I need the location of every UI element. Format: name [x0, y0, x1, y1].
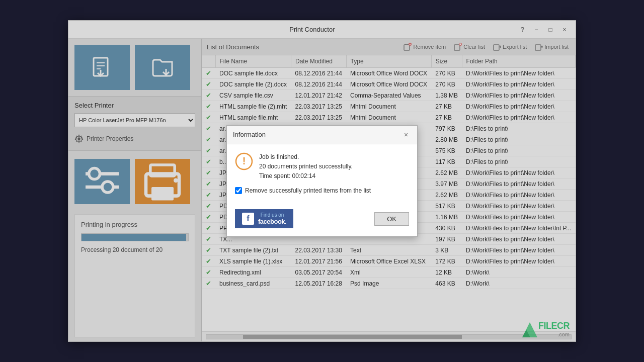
dialog-checkbox-row: Remove successfully printed items from t…	[235, 187, 409, 194]
facebook-brand-label: facebook.	[258, 218, 286, 225]
facebook-find-label: Find us on	[258, 212, 286, 218]
remove-printed-checkbox[interactable]	[235, 187, 242, 194]
svg-text:!: !	[243, 155, 246, 166]
dialog-footer: f Find us on facebook. OK	[227, 209, 417, 236]
dialog-body: ! Job is finished. 20 documents printed …	[227, 144, 417, 210]
dialog-info-row: ! Job is finished. 20 documents printed …	[235, 152, 409, 182]
ok-button[interactable]: OK	[374, 212, 409, 226]
dialog-close-button[interactable]: ×	[401, 130, 411, 140]
dialog-line2: 20 documents printed successfully.	[259, 162, 353, 171]
dialog-title: Information	[233, 131, 266, 138]
facebook-text: Find us on facebook.	[258, 212, 286, 225]
facebook-icon: f	[242, 213, 254, 225]
checkbox-label: Remove successfully printed items from t…	[245, 187, 371, 194]
dialog-overlay: Information × ! Job is finished. 20 docu…	[68, 21, 576, 341]
dialog-line1: Job is finished.	[259, 152, 353, 162]
main-window: Print Conductor ? − □ ×	[68, 20, 576, 342]
info-icon: !	[235, 152, 253, 170]
dialog-info-text: Job is finished. 20 documents printed su…	[259, 152, 353, 182]
dialog-line3: Time spent: 00:02:14	[259, 171, 353, 181]
dialog-title-bar: Information ×	[227, 126, 417, 144]
information-dialog: Information × ! Job is finished. 20 docu…	[226, 125, 418, 237]
facebook-button[interactable]: f Find us on facebook.	[235, 209, 293, 228]
warning-circle-icon: !	[235, 152, 253, 170]
